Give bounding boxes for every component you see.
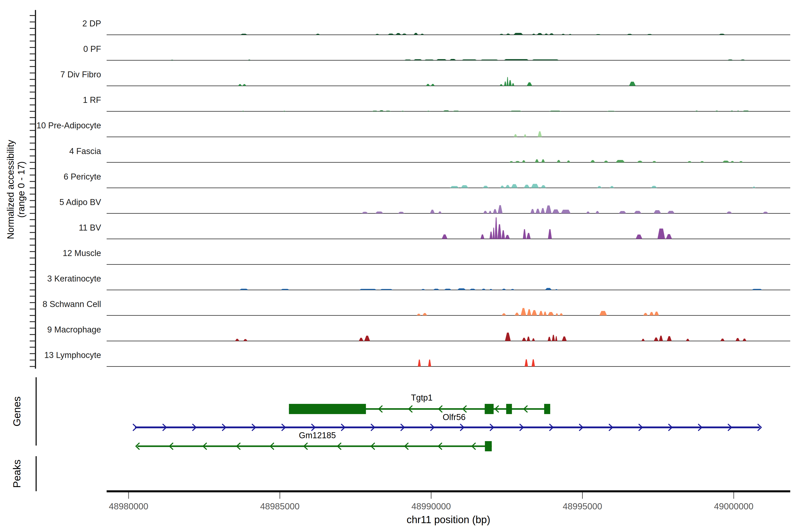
coverage-peak bbox=[549, 33, 554, 35]
coverage-peak bbox=[643, 313, 648, 316]
coverage-peak bbox=[654, 338, 658, 341]
coverage-peak bbox=[243, 84, 246, 86]
coverage-peak bbox=[597, 186, 602, 188]
coverage-peak bbox=[442, 234, 448, 239]
coverage-peak bbox=[537, 131, 542, 137]
coverage-peak bbox=[359, 289, 377, 290]
coverage-peak bbox=[507, 77, 509, 86]
coverage-peak bbox=[489, 289, 493, 290]
coverage-peak bbox=[720, 339, 725, 341]
coverage-peak bbox=[546, 206, 551, 213]
coverage-peak bbox=[387, 34, 394, 35]
coverage-peak bbox=[532, 338, 535, 341]
track-row: 8 Schwann Cell bbox=[42, 300, 790, 316]
coverage-peak bbox=[483, 211, 488, 213]
coverage-peak bbox=[726, 211, 732, 213]
track-row: 1 RF bbox=[83, 95, 790, 111]
coverage-peak bbox=[450, 186, 459, 188]
coverage-peak bbox=[482, 186, 489, 188]
coverage-peak bbox=[505, 235, 510, 239]
coverage-peak bbox=[362, 212, 368, 213]
coverage-peak bbox=[730, 161, 734, 163]
track-label: 13 Lymphocyte bbox=[44, 350, 101, 360]
coverage-peak bbox=[509, 161, 513, 162]
coverage-peak bbox=[561, 34, 565, 35]
x-tick-label: 49000000 bbox=[714, 501, 754, 511]
coverage-peak bbox=[449, 59, 456, 60]
coverage-peak bbox=[524, 134, 527, 137]
coverage-peak bbox=[431, 84, 435, 86]
coverage-peak bbox=[505, 185, 510, 188]
coverage-peak bbox=[493, 228, 495, 239]
coverage-peak bbox=[495, 217, 497, 239]
coverage-peak bbox=[527, 82, 532, 86]
track-row: 12 Muscle bbox=[63, 248, 790, 264]
coverage-peak bbox=[555, 336, 557, 341]
track-row: 9 Macrophage bbox=[47, 325, 790, 341]
coverage-peak bbox=[562, 337, 567, 341]
coverage-peak bbox=[667, 211, 675, 213]
coverage-peak bbox=[527, 233, 531, 239]
coverage-peak bbox=[243, 339, 247, 341]
coverage-peak bbox=[687, 161, 692, 162]
gene-exon bbox=[544, 404, 550, 414]
coverage-peak bbox=[506, 34, 510, 35]
coverage-peak bbox=[537, 33, 543, 35]
coverage-peak bbox=[548, 312, 554, 316]
x-tick-label: 48980000 bbox=[109, 501, 148, 511]
coverage-peak bbox=[527, 337, 530, 341]
coverage-peak bbox=[380, 289, 393, 290]
coverage-peak bbox=[240, 289, 248, 290]
coverage-peak bbox=[433, 289, 440, 290]
coverage-peak bbox=[715, 111, 718, 111]
coverage-peak bbox=[722, 161, 729, 163]
coverage-peak bbox=[727, 60, 734, 60]
coverage-peak bbox=[549, 111, 561, 111]
coverage-peak bbox=[658, 229, 665, 239]
coverage-peak bbox=[636, 234, 642, 239]
coverage-peak bbox=[418, 360, 421, 366]
coverage-peak bbox=[511, 184, 518, 188]
x-axis-ticks: 4898000048985000489900004899500049000000 bbox=[109, 492, 754, 511]
coverage-peak bbox=[372, 111, 378, 111]
coverage-plot-canvas: Normalized accessibility (range 0 - 17) … bbox=[0, 0, 798, 532]
coverage-peak bbox=[514, 134, 517, 137]
track-label: 5 Adipo BV bbox=[59, 197, 101, 207]
peaks-section-label: Peaks bbox=[11, 459, 23, 488]
coverage-peak bbox=[752, 289, 762, 290]
coverage-peak bbox=[535, 209, 540, 213]
genome-track-figure: Normalized accessibility (range 0 - 17) … bbox=[0, 0, 798, 532]
genes-section-label: Genes bbox=[11, 396, 23, 426]
y-axis-label-line1: Normalized accessibility bbox=[5, 140, 16, 239]
coverage-peak bbox=[238, 84, 242, 86]
coverage-peak bbox=[436, 59, 447, 60]
coverage-peak bbox=[489, 211, 492, 213]
coverage-peak bbox=[499, 34, 504, 35]
coverage-peak bbox=[504, 59, 529, 60]
strand-chevron-icon bbox=[133, 424, 136, 431]
coverage-peak bbox=[509, 80, 512, 86]
coverage-peak bbox=[595, 211, 600, 213]
coverage-peak bbox=[248, 60, 251, 60]
coverage-peak bbox=[497, 224, 501, 239]
coverage-peak bbox=[651, 186, 657, 188]
coverage-peak bbox=[452, 111, 460, 111]
coverage-peak bbox=[555, 289, 558, 290]
coverage-peak bbox=[414, 33, 418, 35]
coverage-peak bbox=[499, 84, 503, 86]
coverage-peak bbox=[430, 210, 435, 213]
coverage-peak bbox=[505, 332, 511, 341]
coverage-peak bbox=[552, 209, 559, 213]
coverage-peak bbox=[404, 60, 412, 60]
coverage-peak bbox=[527, 309, 531, 316]
coverage-peak bbox=[240, 34, 248, 35]
gene-model: Tgtp1 bbox=[289, 393, 550, 414]
coverage-peak bbox=[555, 314, 558, 316]
gene-model: Gm12185 bbox=[136, 431, 492, 451]
track-label: 9 Macrophage bbox=[47, 325, 101, 334]
gene-exon bbox=[506, 404, 512, 414]
x-axis-title: chr11 position (bp) bbox=[406, 514, 490, 525]
coverage-peak bbox=[500, 186, 504, 188]
coverage-peak bbox=[493, 209, 497, 213]
coverage-peak bbox=[498, 205, 502, 213]
